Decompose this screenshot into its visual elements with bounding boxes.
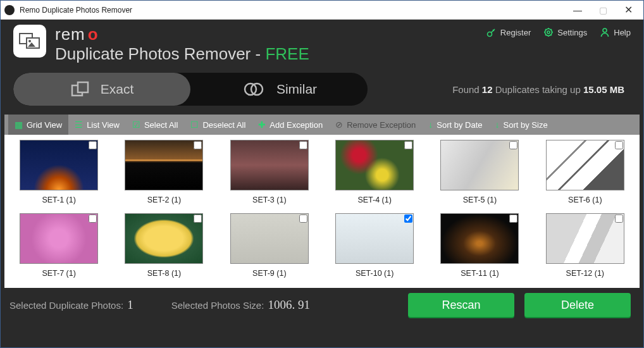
mode-tabs: Exact Similar	[13, 73, 368, 106]
svg-rect-8	[78, 82, 88, 92]
add-exception-button[interactable]: ✚Add Exception	[252, 115, 329, 135]
thumbnail[interactable]	[440, 213, 519, 264]
set-item[interactable]: SET-12 (1)	[538, 213, 632, 283]
app-icon	[4, 5, 15, 15]
svg-point-3	[487, 32, 492, 37]
set-label: SET-2 (1)	[117, 196, 211, 209]
set-item[interactable]: SET-7 (1)	[12, 213, 106, 283]
thumbnail[interactable]	[230, 140, 309, 190]
similar-icon	[241, 80, 266, 98]
thumbnail[interactable]	[335, 140, 414, 190]
gear-icon	[543, 27, 554, 37]
set-item[interactable]: SET-3 (1)	[223, 140, 316, 209]
footer-bar: Selected Duplicate Photos:1 Selected Pho…	[1, 288, 643, 317]
set-item[interactable]: SET-5 (1)	[433, 140, 526, 209]
results-toolbar: ▦Grid View ☰List View ☑Select All ☐Desel…	[4, 115, 640, 135]
set-item[interactable]: SET-11 (1)	[433, 213, 526, 283]
select-checkbox[interactable]	[509, 141, 517, 149]
results-panel: ▦Grid View ☰List View ☑Select All ☐Desel…	[4, 115, 640, 288]
arrow-down-icon: ↓	[495, 120, 500, 130]
selected-count: Selected Duplicate Photos:1	[9, 298, 133, 312]
thumbnails-grid: SET-1 (1) SET-2 (1) SET-3 (1) SET-4 (1) …	[4, 135, 640, 288]
set-item[interactable]: SET-8 (1)	[117, 213, 211, 283]
set-label: SET-8 (1)	[117, 269, 211, 283]
mode-tabs-row: Exact Similar Found 12 Duplicates taking…	[1, 64, 643, 106]
close-button[interactable]: ✕	[616, 1, 641, 19]
exception-add-icon: ✚	[258, 120, 266, 130]
thumbnail[interactable]	[335, 213, 414, 264]
app-logo	[13, 25, 46, 58]
set-label: SET-12 (1)	[538, 269, 632, 283]
svg-point-2	[28, 40, 31, 42]
select-checkbox[interactable]	[615, 214, 623, 223]
maximize-button[interactable]: ▢	[590, 1, 616, 19]
brand-name-prefix: rem	[55, 25, 85, 44]
svg-point-5	[547, 31, 550, 34]
select-all-button[interactable]: ☑Select All	[126, 115, 184, 135]
set-label: SET-1 (1)	[12, 196, 106, 209]
sort-by-size-button[interactable]: ↓Sort by Size	[489, 115, 554, 135]
tab-exact[interactable]: Exact	[13, 73, 190, 106]
thumbnail[interactable]	[230, 213, 309, 264]
select-checkbox[interactable]	[194, 214, 202, 223]
select-checkbox[interactable]	[299, 141, 307, 149]
thumbnail[interactable]	[20, 213, 98, 264]
app-subtitle: Duplicate Photos Remover -	[55, 44, 265, 63]
thumbnail[interactable]	[546, 213, 624, 264]
set-item[interactable]: SET-2 (1)	[117, 140, 211, 209]
scan-status: Found 12 Duplicates taking up 15.05 MB	[452, 84, 631, 95]
set-item[interactable]: SET-4 (1)	[328, 140, 421, 209]
svg-point-6	[603, 28, 607, 32]
help-link[interactable]: Help	[600, 27, 631, 37]
set-label: SET-7 (1)	[12, 269, 106, 283]
person-icon	[600, 27, 610, 37]
select-checkbox[interactable]	[509, 214, 517, 223]
remove-exception-button: ⊘Remove Exception	[329, 115, 422, 135]
settings-link[interactable]: Settings	[543, 27, 587, 37]
deselect-all-button[interactable]: ☐Deselect All	[184, 115, 252, 135]
sort-by-date-button[interactable]: ↓Sort by Date	[422, 115, 488, 135]
duplicate-images-icon	[19, 33, 40, 49]
set-label: SET-10 (1)	[328, 269, 421, 283]
set-label: SET-5 (1)	[433, 196, 526, 209]
check-icon: ☑	[132, 120, 140, 130]
thumbnail[interactable]	[440, 140, 519, 190]
set-item[interactable]: SET-6 (1)	[538, 140, 632, 209]
selected-size: Selected Photos Size:1006. 91	[171, 298, 310, 312]
delete-button[interactable]: Delete	[524, 293, 631, 317]
set-label: SET-4 (1)	[328, 196, 421, 209]
arrow-down-icon: ↓	[428, 120, 433, 130]
register-link[interactable]: Register	[486, 27, 531, 37]
set-label: SET-6 (1)	[538, 196, 632, 209]
exact-icon	[70, 80, 90, 98]
thumbnail[interactable]	[125, 213, 203, 264]
select-checkbox[interactable]	[299, 214, 307, 223]
select-checkbox[interactable]	[404, 214, 412, 223]
select-checkbox[interactable]	[89, 214, 97, 223]
select-checkbox[interactable]	[89, 141, 97, 149]
set-label: SET-11 (1)	[433, 269, 526, 283]
app-header: remo Duplicate Photos Remover - FREE Reg…	[1, 20, 643, 64]
uncheck-icon: ☐	[190, 120, 199, 130]
free-badge: FREE	[265, 44, 309, 63]
exception-remove-icon: ⊘	[335, 120, 343, 130]
minimize-button[interactable]: —	[565, 1, 590, 19]
rescan-button[interactable]: Rescan	[408, 293, 514, 317]
select-checkbox[interactable]	[615, 141, 623, 149]
thumbnail[interactable]	[125, 140, 203, 190]
select-checkbox[interactable]	[404, 141, 412, 149]
thumbnail[interactable]	[546, 140, 624, 190]
window-title: Remo Duplicate Photos Remover	[20, 6, 565, 15]
window-titlebar: Remo Duplicate Photos Remover — ▢ ✕	[1, 1, 643, 20]
list-view-button[interactable]: ☰List View	[68, 115, 126, 135]
brand-name-o: o	[88, 25, 98, 44]
set-item[interactable]: SET-9 (1)	[223, 213, 316, 283]
set-item[interactable]: SET-1 (1)	[12, 140, 106, 209]
tab-similar[interactable]: Similar	[190, 73, 368, 106]
grid-icon: ▦	[15, 120, 23, 130]
key-icon	[486, 27, 497, 37]
grid-view-button[interactable]: ▦Grid View	[8, 115, 68, 135]
select-checkbox[interactable]	[194, 141, 202, 149]
set-item[interactable]: SET-10 (1)	[328, 213, 421, 283]
thumbnail[interactable]	[20, 140, 98, 190]
